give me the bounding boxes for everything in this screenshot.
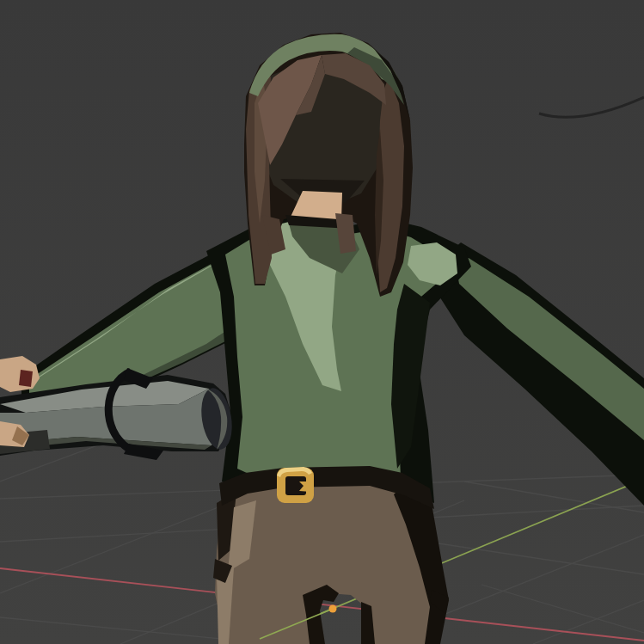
buckle-hole [285,476,306,495]
viewport-3d[interactable] [0,0,644,644]
object-origin-dot[interactable] [329,605,337,613]
belt-buckle [277,467,314,503]
fingernail [19,370,33,387]
viewport-canvas[interactable] [0,0,644,644]
